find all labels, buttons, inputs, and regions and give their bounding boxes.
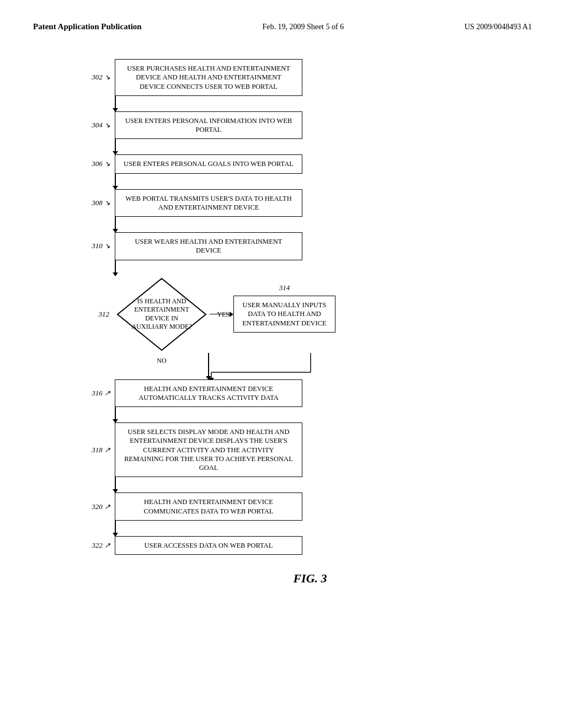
step-label-312: 312 — [76, 310, 109, 319]
step-label-316: 316 ↗ — [77, 389, 110, 398]
flowchart: 302 ↘ USER PURCHASES HEALTH AND ENTERTAI… — [77, 59, 532, 555]
step-label-310: 310 ↘ — [77, 242, 110, 250]
flow-row-316: 316 ↗ HEALTH AND ENTERTAINMENT DEVICE AU… — [77, 379, 302, 408]
connector-line — [115, 521, 116, 536]
flow-row-304: 304 ↘ USER ENTERS PERSONAL INFORMATION I… — [77, 111, 302, 140]
step-box-304: USER ENTERS PERSONAL INFORMATION INTO WE… — [115, 111, 302, 140]
step-label-318: 318 ↗ — [77, 446, 110, 454]
step-label-302: 302 ↘ — [77, 73, 110, 82]
step-box-306: USER ENTERS PERSONAL GOALS INTO WEB PORT… — [115, 154, 302, 173]
arrow-302-304 — [115, 96, 116, 111]
header-right: US 2009/0048493 A1 — [465, 23, 532, 31]
connector-line — [115, 139, 116, 154]
step-box-302: USER PURCHASES HEALTH AND ENTERTAINMENT … — [115, 59, 302, 96]
diamond-shape: IS HEALTH AND ENTERTAINMENT DEVICE IN AU… — [115, 276, 209, 353]
figure-caption: FIG. 3 — [88, 571, 532, 586]
flow-row-306: 306 ↘ USER ENTERS PERSONAL GOALS INTO WE… — [77, 154, 302, 173]
arrow-320-322 — [115, 521, 116, 536]
flow-row-310: 310 ↘ USER WEARS HEALTH AND ENTERTAINMEN… — [77, 232, 302, 260]
connector-line — [115, 407, 116, 422]
header-left: Patent Application Publication — [33, 22, 142, 31]
arrow-306-308 — [115, 174, 116, 189]
step-box-308: WEB PORTAL TRANSMITS USER'S DATA TO HEAL… — [115, 189, 302, 217]
flow-row-318: 318 ↗ USER SELECTS DISPLAY MODE AND HEAL… — [77, 422, 302, 477]
arrow-308-310 — [115, 217, 116, 232]
arrow-316-318 — [115, 407, 116, 422]
diamond-wrapper: 312 IS HEALTH AND ENTERTAINMENT DEVICE I… — [115, 276, 209, 353]
step-box-318: USER SELECTS DISPLAY MODE AND HEALTH AND… — [115, 422, 302, 477]
step-label-308: 308 ↘ — [77, 199, 110, 207]
step-box-310: USER WEARS HEALTH AND ENTERTAINMENT DEVI… — [115, 232, 302, 260]
step-box-316: HEALTH AND ENTERTAINMENT DEVICE AUTOMATI… — [115, 379, 302, 408]
step-label-304: 304 ↘ — [77, 121, 110, 130]
arrow-318-320 — [115, 477, 116, 493]
page-header: Patent Application Publication Feb. 19, … — [33, 22, 532, 31]
connector-line — [115, 174, 116, 189]
diamond-text: IS HEALTH AND ENTERTAINMENT DEVICE IN AU… — [129, 297, 195, 331]
flow-row-322: 322 ↗ USER ACCESSES DATA ON WEB PORTAL — [77, 536, 302, 555]
flow-row-302: 302 ↘ USER PURCHASES HEALTH AND ENTERTAI… — [77, 59, 302, 96]
no-label: NO — [157, 357, 166, 365]
step-label-320: 320 ↗ — [77, 502, 110, 511]
connector-line — [115, 217, 116, 232]
step-label-322: 322 ↗ — [77, 541, 110, 550]
step-label-314: 314 — [279, 283, 290, 292]
step-box-320: HEALTH AND ENTERTAINMENT DEVICE COMMUNIC… — [115, 493, 302, 521]
back-loop-svg — [209, 314, 330, 381]
step-label-306: 306 ↘ — [77, 159, 110, 168]
step-box-322: USER ACCESSES DATA ON WEB PORTAL — [115, 536, 302, 555]
arrow-310-312 — [115, 260, 116, 276]
page: Patent Application Publication Feb. 19, … — [0, 0, 565, 728]
flow-row-308: 308 ↘ WEB PORTAL TRANSMITS USER'S DATA T… — [77, 189, 302, 217]
arrow-304-306 — [115, 139, 116, 154]
connector-line — [115, 96, 116, 111]
header-center: Feb. 19, 2009 Sheet 5 of 6 — [262, 23, 344, 31]
connector-line — [115, 260, 116, 276]
no-arrow-line — [208, 353, 209, 379]
flow-row-320: 320 ↗ HEALTH AND ENTERTAINMENT DEVICE CO… — [77, 493, 302, 521]
connector-line — [115, 477, 116, 493]
